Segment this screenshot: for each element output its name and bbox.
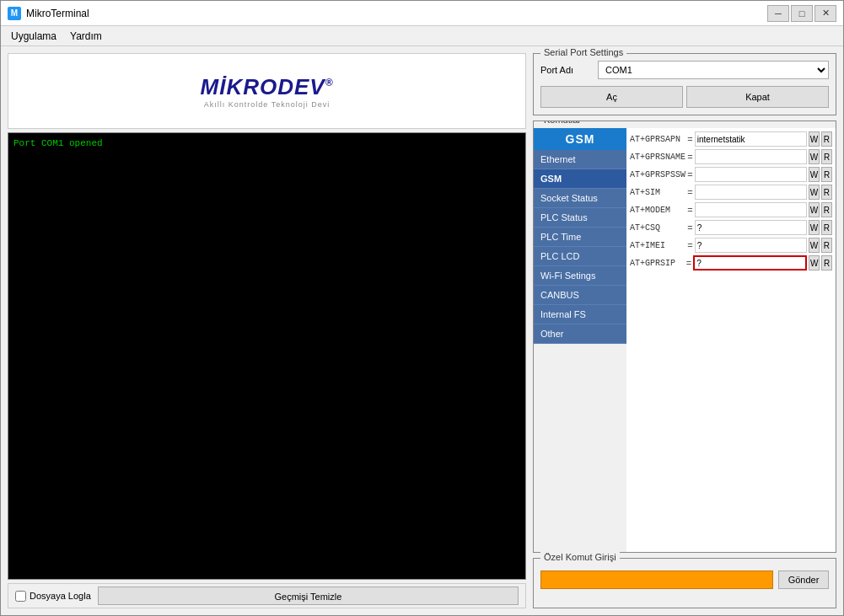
nav-item-plc-time[interactable]: PLC Time [534, 228, 626, 247]
cmd-eq-imei: = [687, 240, 693, 250]
left-panel: MİKRODEV® Akıllı Kontrolde Teknoloji Dev… [8, 53, 526, 608]
right-panel: Serial Port Settings Port Adı COM1 COM2 … [533, 53, 836, 608]
main-window: M MikroTerminal ─ □ ✕ Uygulama Yardım Mİ… [0, 0, 844, 616]
cmd-w-gprsapn[interactable]: W [809, 131, 820, 147]
close-port-button[interactable]: Kapat [686, 86, 829, 108]
title-bar: M MikroTerminal ─ □ ✕ [1, 1, 843, 26]
cmd-eq-modem: = [687, 205, 693, 215]
cmd-input-gprsip[interactable] [693, 255, 807, 271]
ozel-komut-legend: Özel Komut Girişi [540, 552, 620, 562]
logo-subtitle: Akıllı Kontrolde Teknoloji Devi [201, 100, 334, 109]
cmd-eq-sim: = [687, 187, 693, 197]
window-controls: ─ □ ✕ [767, 5, 836, 22]
serial-port-row: Port Adı COM1 COM2 COM3 COM4 [540, 61, 829, 79]
cmd-name-gprsip: AT+GPRSIP [630, 259, 684, 268]
nav-item-other[interactable]: Other [534, 324, 626, 344]
cmd-w-gprsname[interactable]: W [809, 149, 820, 164]
nav-item-internal-fs[interactable]: Internal FS [534, 305, 626, 324]
serial-port-group: Serial Port Settings Port Adı COM1 COM2 … [533, 53, 836, 115]
dosyaya-logla-text: Dosyaya Logla [30, 591, 91, 601]
logo-area: MİKRODEV® Akıllı Kontrolde Teknoloji Dev… [8, 53, 526, 129]
main-content: MİKRODEV® Akıllı Kontrolde Teknoloji Dev… [1, 46, 843, 615]
cmd-name-modem: AT+MODEM [630, 206, 685, 215]
cmd-row-modem: AT+MODEM = W R [630, 202, 832, 217]
cmd-r-gprspssw[interactable]: R [821, 167, 832, 182]
title-bar-left: M MikroTerminal [8, 7, 89, 20]
cmd-r-gprsapn[interactable]: R [821, 131, 832, 147]
cmd-eq-gprsip: = [685, 258, 691, 268]
cmd-input-modem[interactable] [695, 202, 807, 217]
cmd-w-modem[interactable]: W [809, 202, 820, 217]
gsm-header: GSM [534, 128, 626, 150]
cmd-r-gprsname[interactable]: R [821, 149, 832, 164]
dosyaya-logla-checkbox[interactable] [15, 591, 26, 602]
cmd-w-sim[interactable]: W [809, 185, 820, 200]
gonder-button[interactable]: Gönder [778, 570, 829, 589]
port-select[interactable]: COM1 COM2 COM3 COM4 [598, 61, 829, 79]
mikrodev-logo: MİKRODEV® Akıllı Kontrolde Teknoloji Dev… [201, 74, 334, 109]
cmd-input-gprsname[interactable] [695, 149, 807, 164]
terminal-area: Port COM1 opened [8, 132, 526, 580]
left-nav: GSM Ethernet GSM Socket Status PLC Statu… [534, 128, 626, 552]
logo-name: MİKRODEV® [201, 74, 334, 100]
serial-port-legend: Serial Port Settings [540, 47, 626, 57]
cmd-row-gprspssw: AT+GPRSPSSW = W R [630, 167, 832, 182]
cmd-w-csq[interactable]: W [809, 220, 820, 235]
cmd-name-gprsname: AT+GPRSNAME [630, 153, 685, 162]
open-port-button[interactable]: Aç [540, 86, 683, 108]
cmd-eq-gprsname: = [687, 152, 693, 162]
nav-item-plc-status[interactable]: PLC Status [534, 208, 626, 228]
nav-item-wifi-setings[interactable]: Wi-Fi Setings [534, 266, 626, 286]
port-label: Port Adı [540, 65, 591, 75]
registered-symbol: ® [325, 77, 334, 88]
cmd-w-imei[interactable]: W [809, 238, 820, 253]
nav-item-gsm[interactable]: GSM [534, 169, 626, 189]
nav-item-socket-status[interactable]: Socket Status [534, 189, 626, 208]
nav-item-plc-lcd[interactable]: PLC LCD [534, 247, 626, 266]
bottom-bar: Dosyaya Logla Geçmişi Temizle [8, 583, 526, 608]
cmd-name-sim: AT+SIM [630, 188, 685, 197]
cmd-eq-gprsapn: = [687, 134, 693, 144]
maximize-button[interactable]: □ [791, 5, 813, 22]
cmd-r-modem[interactable]: R [821, 202, 832, 217]
cmd-eq-csq: = [687, 222, 693, 233]
ozel-komut-group: Özel Komut Girişi Gönder [533, 558, 836, 608]
close-button[interactable]: ✕ [814, 5, 836, 22]
cmd-row-gprsip: AT+GPRSIP = W R [630, 255, 832, 271]
menu-yardim[interactable]: Yardım [63, 29, 109, 44]
cmd-input-imei[interactable] [695, 238, 807, 253]
komutlar-content: GSM Ethernet GSM Socket Status PLC Statu… [534, 128, 836, 552]
cmd-input-sim[interactable] [695, 185, 807, 200]
cmd-input-gprspssw[interactable] [695, 167, 807, 182]
cmd-row-sim: AT+SIM = W R [630, 185, 832, 200]
cmd-row-csq: AT+CSQ = W R [630, 220, 832, 235]
ozel-komut-input[interactable] [540, 570, 773, 589]
cmd-row-gprsapn: AT+GPRSAPN = W R [630, 131, 832, 147]
ozel-komut-row: Gönder [540, 570, 829, 589]
app-icon: M [8, 7, 21, 20]
cmd-name-imei: AT+IMEI [630, 241, 685, 250]
window-title: MikroTerminal [26, 8, 89, 19]
cmd-w-gprspssw[interactable]: W [809, 167, 820, 182]
cmd-r-sim[interactable]: R [821, 185, 832, 200]
commands-panel: AT+GPRSAPN = W R AT+GPRSNAME = W [626, 128, 836, 552]
cmd-w-gprsip[interactable]: W [809, 255, 820, 271]
dosyaya-logla-label[interactable]: Dosyaya Logla [15, 591, 91, 602]
nav-item-canbus[interactable]: CANBUS [534, 286, 626, 305]
cmd-input-csq[interactable] [695, 220, 807, 235]
cmd-name-gprspssw: AT+GPRSPSSW [630, 170, 685, 179]
cmd-name-csq: AT+CSQ [630, 223, 685, 233]
cmd-r-gprsip[interactable]: R [821, 255, 832, 271]
cmd-eq-gprspssw: = [687, 169, 693, 179]
cmd-row-imei: AT+IMEI = W R [630, 238, 832, 253]
komutlar-group: Komutlar GSM Ethernet GSM Socket Status … [533, 121, 836, 553]
cmd-r-csq[interactable]: R [821, 220, 832, 235]
minimize-button[interactable]: ─ [767, 5, 789, 22]
menu-uygulama[interactable]: Uygulama [4, 29, 63, 44]
cmd-input-gprsapn[interactable] [695, 131, 807, 147]
nav-item-ethernet[interactable]: Ethernet [534, 150, 626, 169]
terminal-text: Port COM1 opened [13, 138, 103, 148]
clear-history-button[interactable]: Geçmişi Temizle [98, 587, 519, 605]
menu-bar: Uygulama Yardım [1, 26, 843, 46]
cmd-r-imei[interactable]: R [821, 238, 832, 253]
